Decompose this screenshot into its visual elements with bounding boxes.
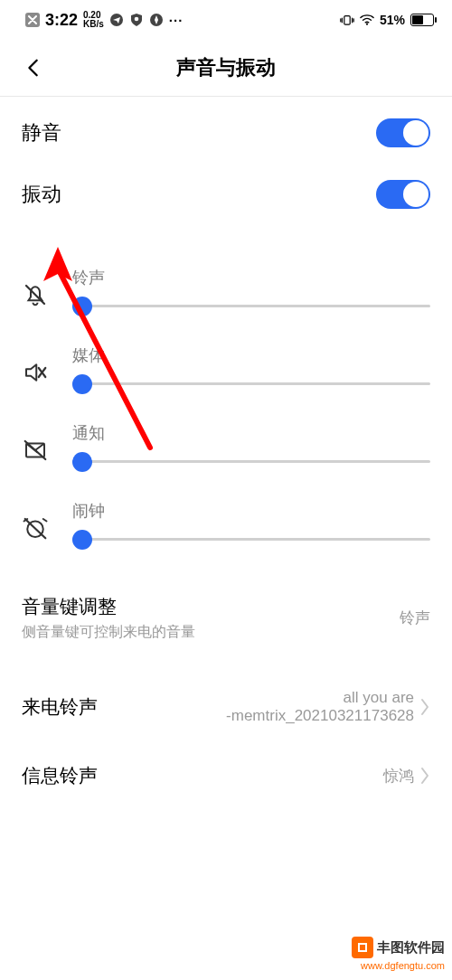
watermark-name: 丰图软件园 (377, 939, 445, 956)
notification-slider-block: 通知 (22, 422, 430, 467)
svg-rect-15 (360, 945, 365, 950)
vibrate-toggle[interactable] (376, 180, 430, 209)
page-title: 声音与振动 (0, 54, 452, 81)
volume-key-value: 铃声 (400, 608, 430, 628)
mute-toggle[interactable] (376, 118, 430, 147)
status-left: 3:22 0.20 KB/s ··· (25, 11, 183, 30)
notification-label: 通知 (72, 422, 430, 444)
alarm-slider[interactable] (72, 538, 430, 541)
battery-text: 51% (380, 13, 405, 27)
chevron-right-icon (419, 767, 430, 785)
vibrate-row: 振动 (0, 169, 452, 231)
alarm-off-icon (22, 514, 52, 545)
media-slider[interactable] (72, 382, 430, 385)
status-bar: 3:22 0.20 KB/s ··· 51% (0, 0, 452, 40)
media-slider-block: 媒体 (22, 344, 430, 390)
content: 静音 振动 铃声 媒体 (0, 97, 452, 805)
shield-icon (129, 13, 144, 27)
mute-label: 静音 (22, 119, 61, 146)
sliders-section: 铃声 媒体 通知 (0, 254, 452, 545)
speaker-off-icon (22, 359, 52, 390)
no-sim-icon (25, 13, 40, 27)
notification-off-icon (22, 437, 52, 467)
media-label: 媒体 (72, 344, 430, 366)
vibrate-icon (340, 13, 354, 27)
sms-ringtone-value: 惊鸿 (383, 766, 414, 787)
notification-slider[interactable] (72, 460, 430, 463)
ringtone-slider[interactable] (72, 305, 430, 307)
volume-key-title: 音量键调整 (22, 594, 389, 619)
svg-point-1 (135, 17, 139, 22)
sms-ringtone-title: 信息铃声 (22, 763, 372, 788)
watermark-icon (352, 937, 373, 958)
status-right: 51% (340, 13, 434, 27)
call-ringtone-title: 来电铃声 (22, 694, 215, 720)
alarm-label: 闹钟 (72, 500, 430, 522)
call-ringtone-row[interactable]: 来电铃声 all you are -memtrix_20210321173628 (0, 673, 452, 741)
telegram-icon (109, 13, 124, 27)
title-bar: 声音与振动 (0, 40, 452, 96)
chevron-right-icon (419, 698, 430, 716)
watermark: 丰图软件园 www.dgfengtu.com (352, 937, 445, 971)
compass-icon (149, 13, 164, 27)
alarm-slider-block: 闹钟 (22, 500, 430, 545)
svg-point-4 (366, 23, 368, 24)
status-time: 3:22 (45, 11, 78, 30)
battery-icon (410, 14, 434, 26)
svg-rect-3 (344, 15, 350, 24)
mute-row: 静音 (0, 97, 452, 169)
ringtone-slider-block: 铃声 (22, 267, 430, 312)
bell-off-icon (22, 281, 52, 312)
ringtone-label: 铃声 (72, 267, 430, 288)
call-ringtone-value: all you are -memtrix_20210321173628 (226, 689, 414, 725)
sms-ringtone-row[interactable]: 信息铃声 惊鸿 (0, 747, 452, 805)
more-icon: ··· (169, 13, 184, 28)
volume-key-row[interactable]: 音量键调整 侧音量键可控制来电的音量 铃声 (0, 578, 452, 658)
status-speed: 0.20 KB/s (83, 11, 104, 29)
wifi-icon (360, 13, 374, 27)
vibrate-label: 振动 (22, 181, 61, 208)
watermark-url: www.dgfengtu.com (361, 960, 445, 971)
back-button[interactable] (18, 52, 49, 83)
volume-key-sub: 侧音量键可控制来电的音量 (22, 623, 389, 642)
